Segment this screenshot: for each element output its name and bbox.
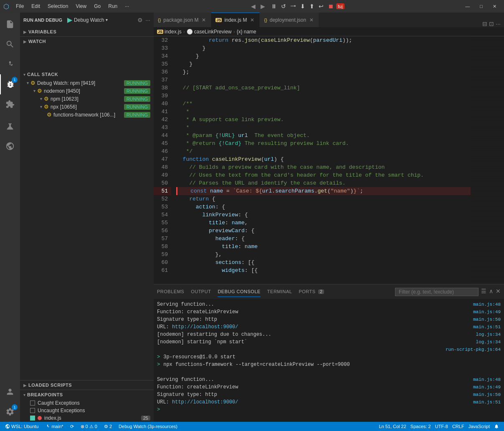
tab-debug-console[interactable]: DEBUG CONSOLE (218, 286, 260, 297)
status-debug-config[interactable]: Debug Watch (3p-resources) (117, 424, 179, 429)
menu-selection[interactable]: Selection (44, 3, 71, 10)
activity-item-debug[interactable]: 1 (0, 74, 20, 94)
breakpoints-header[interactable]: ▾ BREAKPOINTS (20, 390, 154, 399)
breakpoint-uncaught[interactable]: Uncaught Exceptions (20, 407, 154, 414)
code-editor[interactable]: 32 33 34 35 36 37 38 39 40 41 42 43 44 4… (154, 36, 504, 284)
tab-package-json[interactable]: {} package.json M ✕ (154, 13, 211, 27)
menu-edit[interactable]: Edit (28, 3, 43, 10)
callstack-section-header[interactable]: ▾ CALL STACK (20, 70, 154, 79)
status-spaces[interactable]: Spaces: 2 (409, 424, 433, 429)
collapse-panel-icon[interactable]: ∧ (489, 288, 493, 296)
debug-stop-button[interactable]: ⏹ (326, 2, 335, 10)
sidebar-more-icon[interactable]: ··· (145, 17, 150, 23)
callstack-item-npx[interactable]: ▾ ⚙ npx [10656] RUNNING (20, 103, 154, 111)
console-link-3[interactable]: main.js:50 (473, 316, 501, 323)
status-debug-icon: ⚙ 2 (104, 424, 112, 429)
status-notifications[interactable] (492, 424, 501, 429)
tab-index-js[interactable]: JS index.js M ✕ (211, 13, 260, 27)
debug-config-dropdown[interactable]: ▾ (106, 18, 108, 22)
status-cursor[interactable]: Ln 51, Col 22 (377, 424, 408, 429)
nav-forward-button[interactable]: ▶ (259, 2, 267, 10)
menu-go[interactable]: Go (91, 3, 104, 10)
breakpoint-index-js[interactable]: index.js 25 (20, 414, 154, 422)
console-line-8: > 3p-resources@1.0.0 start (157, 353, 501, 361)
menu-file[interactable]: File (13, 3, 27, 10)
console-link-12[interactable]: main.js:50 (473, 391, 501, 398)
activity-item-extensions[interactable] (0, 94, 20, 114)
sidebar-settings-icon[interactable]: ⚙ (137, 17, 143, 23)
console-output[interactable]: Serving function... main.js:48 Function:… (154, 299, 504, 422)
console-link-5[interactable]: log.js:34 (476, 331, 501, 338)
debug-step-over-button[interactable]: ⭢ (289, 2, 298, 10)
tab-terminal[interactable]: TERMINAL (267, 286, 292, 297)
breadcrumb-function[interactable]: ⚪ caseLinkPreview (187, 29, 232, 35)
nav-back-button[interactable]: ◀ (249, 2, 257, 10)
activity-item-remote[interactable] (0, 136, 20, 156)
close-panel-icon[interactable]: ✕ (496, 288, 501, 296)
tab-deployment-json[interactable]: {} deployment.json ✕ (260, 13, 319, 27)
status-wsl[interactable]: WSL: Ubuntu (3, 424, 40, 429)
minimize-button[interactable]: — (461, 2, 474, 11)
maximize-button[interactable]: □ (476, 2, 487, 11)
console-link-11[interactable]: main.js:49 (473, 383, 501, 391)
code-content[interactable]: return res.json(caseLinkPreview(parsedUr… (175, 36, 471, 284)
debug-pause-button[interactable]: ⏸ (269, 2, 279, 10)
more-actions-icon[interactable]: ··· (496, 20, 501, 27)
callstack-item-debug-watch[interactable]: ▾ ⚙ Debug Watch: npm [9419] RUNNING (20, 79, 154, 87)
console-link-6[interactable]: log.js:34 (476, 338, 501, 346)
console-link-4[interactable]: main.js:51 (473, 323, 501, 331)
watch-section-header[interactable]: ▶ WATCH (20, 37, 154, 46)
tab-index-js-close[interactable]: ✕ (249, 17, 255, 23)
breakpoint-caught[interactable]: Caught Exceptions (20, 399, 154, 407)
debug-continue-button[interactable]: ↩ (317, 2, 325, 10)
console-link-7[interactable]: run-script-pkg.js:64 (446, 346, 501, 353)
activity-item-search[interactable] (0, 34, 20, 54)
panel-tabs: PROBLEMS OUTPUT DEBUG CONSOLE TERMINAL P… (154, 284, 504, 299)
activity-item-accounts[interactable] (0, 382, 20, 402)
loaded-scripts-header[interactable]: ▶ LOADED SCRIPTS (20, 380, 154, 390)
split-editor-icon[interactable]: ⊟ (482, 20, 487, 27)
caught-exceptions-checkbox[interactable] (30, 401, 35, 406)
status-errors[interactable]: ⊗ 0 ⚠ 0 (79, 424, 99, 429)
variables-section-header[interactable]: ▶ VARIABLES (20, 27, 154, 36)
console-link-13[interactable]: main.js:51 (473, 398, 501, 406)
menu-more[interactable]: ··· (122, 3, 132, 10)
tab-output[interactable]: OUTPUT (191, 286, 211, 297)
debug-restart-button[interactable]: ↺ (279, 2, 288, 10)
status-sync[interactable]: ⟳ (68, 424, 76, 429)
status-branch[interactable]: main* (43, 424, 65, 429)
activity-item-explorer[interactable] (0, 14, 20, 34)
activity-item-source-control[interactable] (0, 54, 20, 74)
menu-run[interactable]: Run (105, 3, 121, 10)
tab-problems[interactable]: PROBLEMS (157, 286, 184, 297)
console-line-13: URL: http://localhost:9000/ main.js:51 (157, 398, 501, 406)
breadcrumb-name[interactable]: {x} name (237, 29, 256, 35)
callstack-item-npm[interactable]: ▾ ⚙ npm [10623] RUNNING (20, 95, 154, 103)
status-encoding[interactable]: UTF-8 (433, 424, 450, 429)
index-js-checkbox[interactable] (30, 416, 35, 421)
console-link-10[interactable]: main.js:48 (473, 376, 501, 383)
status-eol[interactable]: CRLF (451, 424, 466, 429)
activity-item-settings[interactable]: 1 (0, 402, 20, 422)
filter-list-icon[interactable]: ☰ (481, 288, 486, 296)
debug-step-out-button[interactable]: ⬆ (308, 2, 316, 10)
activity-item-testing[interactable] (0, 116, 20, 136)
callstack-item-nodemon[interactable]: ▾ ⚙ nodemon [9450] RUNNING (20, 87, 154, 95)
debug-step-into-button[interactable]: ⬇ (299, 2, 307, 10)
tab-package-json-close[interactable]: ✕ (201, 17, 207, 23)
status-language[interactable]: JavaScript (467, 424, 491, 429)
menu-view[interactable]: View (72, 3, 90, 10)
code-line-59: }, (176, 251, 471, 259)
debug-play-button[interactable]: ▶ (67, 16, 72, 24)
toggle-panel-icon[interactable]: ⊡ (489, 20, 494, 27)
console-link-2[interactable]: main.js:49 (473, 308, 501, 316)
tab-deployment-json-close[interactable]: ✕ (309, 17, 314, 23)
console-filter-input[interactable] (395, 288, 479, 296)
callstack-item-functions[interactable]: ⚙ functions-framework [106...] RUNNING (20, 111, 154, 119)
status-debug-count[interactable]: ⚙ 2 (102, 424, 114, 429)
breadcrumb-file[interactable]: JS index.js (157, 29, 182, 35)
tab-ports[interactable]: PORTS 2 (299, 286, 324, 297)
close-button[interactable]: ✕ (489, 2, 501, 11)
uncaught-exceptions-checkbox[interactable] (30, 408, 35, 413)
console-link-1[interactable]: main.js:48 (473, 301, 501, 308)
